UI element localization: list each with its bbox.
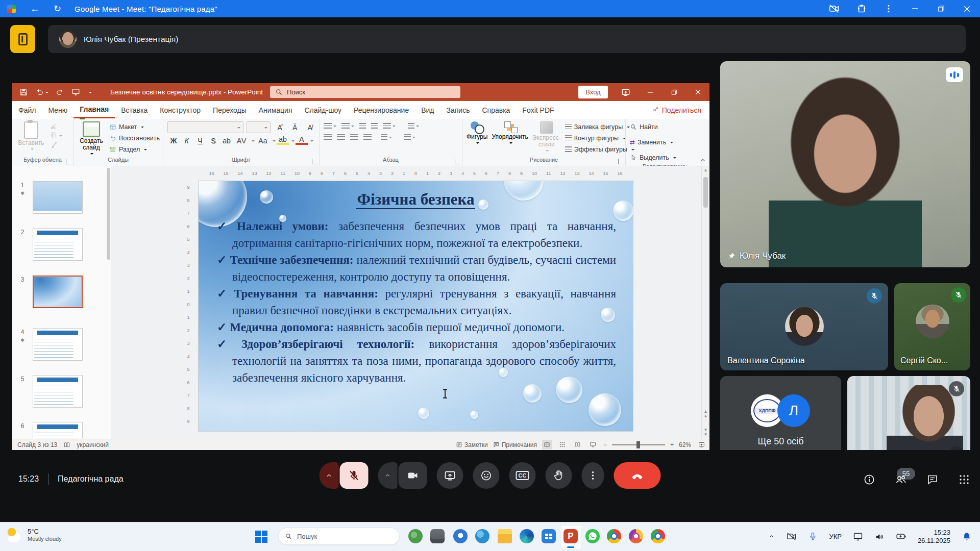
section-button[interactable]: Раздел: [109, 144, 160, 155]
camera-button[interactable]: [399, 462, 427, 489]
ribbon-display-options-icon[interactable]: [621, 88, 630, 97]
char-spacing-button[interactable]: АV: [234, 137, 249, 145]
browser-icon[interactable]: [629, 529, 643, 543]
tab-record[interactable]: Запись: [440, 102, 476, 118]
tab-insert[interactable]: Вставка: [115, 102, 154, 118]
tray-mic-icon[interactable]: [808, 532, 818, 541]
underline-button[interactable]: Ч: [194, 137, 206, 145]
ppt-minimize-icon[interactable]: [646, 88, 655, 97]
chrome-icon[interactable]: [607, 529, 621, 543]
zoom-slider[interactable]: [612, 444, 665, 445]
slide-sorter-view-icon[interactable]: [557, 440, 568, 449]
tab-menu[interactable]: Меню: [42, 102, 74, 118]
slide-thumb-row-5[interactable]: 5: [12, 375, 111, 408]
refresh-icon[interactable]: ↻: [54, 0, 61, 17]
slide-thumbnail[interactable]: [33, 228, 83, 261]
select-button[interactable]: Выделить: [630, 152, 699, 163]
change-case-button[interactable]: Аа: [256, 137, 270, 145]
pin-icon[interactable]: [727, 252, 736, 260]
zoom-slider-thumb[interactable]: [636, 441, 640, 448]
paragraph-dialog-launcher-icon[interactable]: [455, 159, 460, 164]
ppt-restore-icon[interactable]: [670, 88, 678, 96]
scroll-up-icon[interactable]: ▲: [702, 166, 709, 172]
highlight-color-button[interactable]: ab: [277, 136, 289, 145]
zoom-in-icon[interactable]: +: [670, 441, 674, 448]
qat-customize-icon[interactable]: [89, 92, 92, 95]
strikethrough-button[interactable]: ab: [220, 137, 233, 145]
back-icon[interactable]: ←: [30, 0, 39, 17]
chrome-profile-icon[interactable]: [651, 529, 665, 543]
drawing-dialog-launcher-icon[interactable]: [618, 159, 624, 164]
line-spacing-icon[interactable]: [383, 123, 391, 129]
slides-panel-scrollbar[interactable]: [107, 168, 110, 260]
ppt-search-input[interactable]: Поиск: [270, 86, 460, 98]
mic-mute-button[interactable]: [340, 462, 369, 489]
paste-button[interactable]: Вставить: [16, 121, 46, 157]
slide-thumbnail[interactable]: [33, 276, 83, 308]
app-gray-icon[interactable]: [430, 529, 445, 543]
file-explorer-icon[interactable]: [498, 529, 512, 543]
arrange-button[interactable]: Упорядочить: [492, 121, 528, 157]
comments-button[interactable]: Примечания: [493, 441, 537, 448]
layout-button[interactable]: Макет: [109, 121, 160, 133]
chat-icon[interactable]: [926, 473, 939, 486]
edge-icon[interactable]: [520, 529, 534, 543]
weather-widget[interactable]: 5°C Mostly cloudy: [6, 527, 62, 544]
tray-camera-off-icon[interactable]: [786, 531, 797, 542]
font-name-combo[interactable]: [167, 121, 243, 133]
tab-design[interactable]: Конструктор: [154, 102, 207, 118]
tray-expand-icon[interactable]: [768, 533, 775, 540]
clear-format-icon[interactable]: А̸: [304, 123, 316, 132]
fit-slide-icon[interactable]: [696, 440, 706, 449]
tab-animations[interactable]: Анимация: [253, 102, 299, 118]
extensions-icon[interactable]: [856, 3, 867, 14]
text-shadow-button[interactable]: S: [207, 137, 219, 145]
slide-thumbnail[interactable]: [33, 375, 83, 408]
window-minimize-icon[interactable]: [910, 4, 920, 14]
decrease-indent-icon[interactable]: [359, 123, 366, 129]
zoom-level[interactable]: 62%: [679, 441, 691, 448]
bullets-icon[interactable]: [324, 123, 332, 129]
slide-thumbnail[interactable]: [33, 422, 83, 438]
tab-home[interactable]: Главная: [74, 102, 115, 118]
signin-button[interactable]: Вход: [578, 86, 608, 98]
tab-slideshow[interactable]: Слайд-шоу: [298, 102, 348, 118]
participants-icon[interactable]: [895, 473, 907, 486]
window-restore-icon[interactable]: [937, 4, 946, 13]
reset-button[interactable]: Восстановить: [109, 133, 160, 144]
justify-icon[interactable]: [363, 134, 372, 140]
copy-button[interactable]: [50, 132, 62, 139]
language-label[interactable]: украинский: [77, 441, 109, 448]
clipboard-dialog-launcher-icon[interactable]: [66, 159, 71, 164]
cut-icon[interactable]: [50, 122, 58, 130]
taskbar-clock[interactable]: 15:23 26.11.2025: [918, 529, 950, 545]
start-button[interactable]: [255, 531, 267, 543]
ppt-close-icon[interactable]: [694, 88, 702, 96]
font-color-button[interactable]: А: [296, 136, 308, 145]
tab-camera-icon[interactable]: [828, 3, 840, 14]
slide-thumb-row-2[interactable]: 2: [12, 228, 111, 261]
reading-view-icon[interactable]: [573, 440, 583, 449]
slide-thumb-row-6[interactable]: 6: [12, 422, 111, 438]
previous-slide-icon[interactable]: ▲▲: [702, 409, 709, 418]
tab-file[interactable]: Файл: [12, 102, 42, 118]
new-slide-button[interactable]: Создать слайд: [78, 121, 105, 157]
decrease-font-icon[interactable]: А̌: [289, 123, 301, 132]
video-tile-main[interactable]: Юлія Чубак: [720, 61, 970, 267]
tab-review[interactable]: Рецензирование: [348, 102, 415, 118]
text-direction-icon[interactable]: [408, 123, 414, 129]
share-button[interactable]: Поделиться: [652, 106, 701, 114]
quick-styles-button[interactable]: Экспресс-стили: [532, 121, 561, 157]
tab-transitions[interactable]: Переходы: [207, 102, 253, 118]
save-icon[interactable]: [19, 88, 28, 96]
meeting-details-icon[interactable]: [863, 473, 875, 486]
shape-fill-button[interactable]: Заливка фигуры: [565, 121, 634, 133]
app-messenger-icon[interactable]: [475, 529, 489, 543]
app-chat-icon[interactable]: [453, 529, 468, 543]
network-icon[interactable]: [853, 532, 863, 542]
store-icon[interactable]: [542, 529, 556, 543]
browser-menu-icon[interactable]: [884, 4, 894, 14]
more-options-button[interactable]: [582, 462, 604, 489]
editor-scrollbar[interactable]: ▲ ▲▲ ▼▼: [701, 166, 709, 439]
slide-thumb-row-4[interactable]: 4✱: [12, 328, 111, 361]
